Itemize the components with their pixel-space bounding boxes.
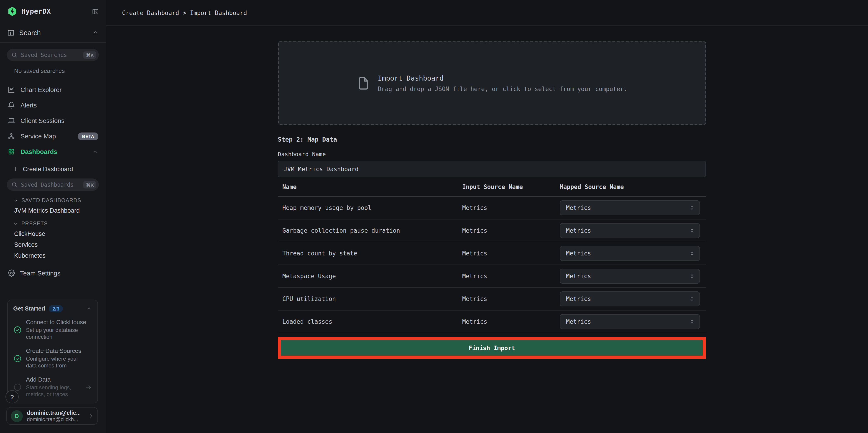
get-started-item-text: Connect to ClickHouse Set up your databa… [26, 319, 88, 341]
breadcrumb-import-dashboard[interactable]: Import Dashboard [190, 9, 247, 16]
progress-badge: 2/3 [49, 305, 63, 312]
action-highlight-annotation: Finish Import [278, 337, 706, 359]
saved-dashboards-header-label: SAVED DASHBOARDS [22, 197, 81, 203]
get-started-item-subtitle: Configure where your data comes from [26, 355, 88, 370]
chevron-down-icon [13, 221, 18, 226]
selected-value: Metrics [566, 296, 689, 302]
bell-icon [8, 101, 16, 109]
file-icon [356, 74, 370, 92]
sidebar-item-label: Alerts [21, 101, 37, 109]
sidebar-item-dashboards[interactable]: Dashboards [0, 144, 106, 159]
breadcrumb-create-dashboard[interactable]: Create Dashboard [122, 9, 179, 16]
row-name: CPU utilization [282, 296, 462, 302]
help-button[interactable]: ? [5, 390, 19, 403]
sidebar: HyperDX Search Saved Searches ⌘K No save… [0, 0, 106, 433]
mapped-source-select[interactable]: Metrics [560, 314, 700, 329]
user-name: dominic.tran@clic... [27, 410, 80, 416]
select-chevrons-icon [689, 319, 695, 324]
shortcut-badge: ⌘K [84, 51, 96, 59]
get-started-item-subtitle: Set up your database connection [26, 327, 88, 341]
sidebar-item-client-sessions[interactable]: Client Sessions [0, 113, 106, 128]
table-header-row: Name Input Source Name Mapped Source Nam… [278, 183, 706, 197]
saved-dashboards-group-header[interactable]: SAVED DASHBOARDS [13, 197, 106, 203]
get-started-item-connect[interactable]: Connect to ClickHouse Set up your databa… [13, 319, 92, 341]
sidebar-item-jvm-metrics-dashboard[interactable]: JVM Metrics Dashboard [14, 207, 106, 214]
sidebar-item-services-preset[interactable]: Services [14, 241, 106, 248]
finish-import-button[interactable]: Finish Import [281, 340, 703, 355]
mapping-table: Name Input Source Name Mapped Source Nam… [278, 183, 706, 333]
get-started-item-subtitle: Start sending logs, metrics, or traces [26, 384, 85, 398]
sidebar-item-label: Dashboards [21, 148, 57, 155]
logo-row: HyperDX [0, 0, 106, 23]
row-input-source: Metrics [462, 227, 560, 234]
chevron-up-icon[interactable] [86, 306, 92, 312]
dashboards-grid-icon [8, 148, 16, 155]
sidebar-section-search[interactable]: Search [0, 23, 106, 43]
table-row: CPU utilization Metrics Metrics [278, 288, 706, 311]
shortcut-badge: ⌘K [84, 181, 96, 188]
table-row: Garbage collection pause duration Metric… [278, 219, 706, 242]
get-started-item-text: Create Data Sources Configure where your… [26, 347, 88, 370]
check-circle-icon [14, 355, 22, 363]
avatar: D [11, 410, 23, 422]
row-name: Thread count by state [282, 250, 462, 257]
chevron-down-icon [13, 198, 18, 203]
json-file-dropzone[interactable]: Import Dashboard Drag and drop a JSON fi… [278, 41, 706, 125]
presets-header-label: PRESETS [22, 221, 48, 226]
mapped-source-select[interactable]: Metrics [560, 200, 700, 215]
mapped-source-select[interactable]: Metrics [560, 291, 700, 306]
get-started-card: Get Started 2/3 Connect to ClickHouse Se… [7, 300, 98, 403]
get-started-header[interactable]: Get Started 2/3 [13, 305, 92, 312]
dashboard-name-input[interactable] [278, 161, 706, 177]
sidebar-item-chart-explorer[interactable]: Chart Explorer [0, 82, 106, 97]
sidebar-item-service-map[interactable]: Service Map BETA [0, 128, 106, 144]
user-account-card[interactable]: D dominic.tran@clic... dominic.tran@clic… [6, 407, 98, 425]
column-header-name: Name [282, 184, 462, 190]
sidebar-item-alerts[interactable]: Alerts [0, 97, 106, 113]
table-row: Heap memory usage by pool Metrics Metric… [278, 197, 706, 219]
sidebar-collapse-icon[interactable] [92, 8, 99, 15]
app-title: HyperDX [22, 7, 51, 16]
create-dashboard-button[interactable]: Create Dashboard [13, 166, 106, 173]
row-name: Loaded classes [282, 318, 462, 325]
sidebar-item-kubernetes-preset[interactable]: Kubernetes [14, 252, 106, 259]
mapped-source-select[interactable]: Metrics [560, 223, 700, 238]
gear-icon [8, 270, 15, 277]
get-started-title: Get Started [13, 305, 45, 312]
get-started-item-title: Create Data Sources [26, 347, 88, 355]
empty-circle-icon [14, 383, 22, 391]
search-icon [11, 182, 17, 188]
dropzone-subtitle: Drag and drop a JSON file here, or click… [378, 85, 627, 92]
saved-dashboards-input[interactable]: Saved Dashboards ⌘K [7, 179, 99, 191]
dropzone-title: Import Dashboard [378, 74, 627, 82]
saved-searches-input[interactable]: Saved Searches ⌘K [7, 49, 99, 61]
row-input-source: Metrics [462, 273, 560, 280]
chevron-right-icon [88, 413, 94, 419]
mapped-source-select[interactable]: Metrics [560, 269, 700, 284]
sidebar-item-clickhouse-preset[interactable]: ClickHouse [14, 230, 106, 237]
user-email: dominic.tran@clickh... [27, 416, 80, 422]
sidebar-item-label: Chart Explorer [21, 86, 62, 93]
service-map-icon [8, 132, 16, 140]
table-row: Thread count by state Metrics Metrics [278, 242, 706, 265]
selected-value: Metrics [566, 273, 689, 280]
get-started-item-add-data[interactable]: Add Data Start sending logs, metrics, or… [13, 376, 92, 398]
sidebar-item-team-settings[interactable]: Team Settings [8, 270, 106, 277]
mapped-source-select[interactable]: Metrics [560, 246, 700, 261]
chevron-up-icon[interactable] [92, 30, 98, 35]
select-chevrons-icon [689, 250, 695, 256]
user-info: dominic.tran@clic... dominic.tran@clickh… [27, 410, 80, 422]
table-row: Metaspace Usage Metrics Metrics [278, 265, 706, 288]
select-chevrons-icon [689, 296, 695, 302]
no-saved-searches-text: No saved searches [14, 67, 106, 74]
saved-dashboards-placeholder: Saved Dashboards [21, 181, 84, 188]
row-input-source: Metrics [462, 205, 560, 211]
row-name: Heap memory usage by pool [282, 205, 462, 211]
row-name: Metaspace Usage [282, 273, 462, 280]
sidebar-item-label: Client Sessions [21, 117, 64, 124]
chevron-up-icon[interactable] [92, 149, 98, 155]
presets-group-header[interactable]: PRESETS [13, 221, 106, 226]
select-chevrons-icon [689, 205, 695, 211]
get-started-item-sources[interactable]: Create Data Sources Configure where your… [13, 347, 92, 370]
selected-value: Metrics [566, 318, 689, 325]
